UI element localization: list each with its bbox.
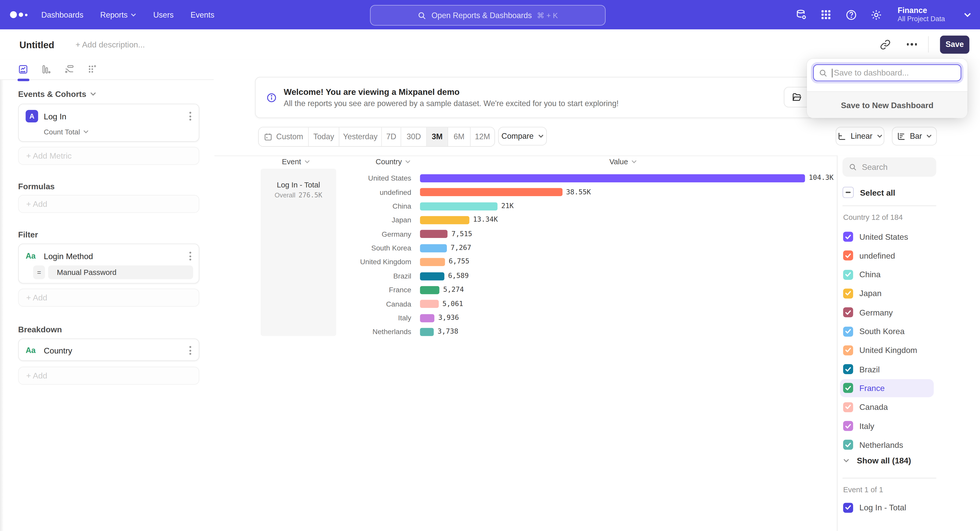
data-management-icon[interactable] <box>795 8 808 21</box>
metric-name[interactable]: Log In <box>44 111 66 121</box>
checkbox-log-in-total[interactable] <box>843 502 853 512</box>
save-button[interactable]: Save <box>940 35 969 53</box>
range-custom[interactable]: Custom <box>259 127 309 146</box>
metric-kebab-menu[interactable] <box>188 111 192 122</box>
column-header-event[interactable]: Event <box>282 157 310 166</box>
event-filter-row-log-in-total[interactable]: Log In - Total <box>840 498 934 517</box>
country-filter-row-germany[interactable]: Germany <box>840 303 934 321</box>
add-breakdown-button[interactable]: + Add <box>18 367 199 385</box>
nav-item-users[interactable]: Users <box>153 10 173 19</box>
metric-badge: A <box>25 110 38 122</box>
more-options-button[interactable] <box>907 43 917 46</box>
country-filter-row-italy[interactable]: Italy <box>840 417 934 435</box>
filter-property-name[interactable]: Login Method <box>44 252 93 261</box>
country-filter-row-japan[interactable]: Japan <box>840 284 934 303</box>
country-filter-row-canada[interactable]: Canada <box>840 398 934 416</box>
select-all-checkbox[interactable]: Select all <box>842 186 895 199</box>
filter-operator[interactable]: = <box>33 265 45 279</box>
range-6m[interactable]: 6M <box>448 127 471 146</box>
checkbox-brazil[interactable] <box>843 364 853 374</box>
filter-value[interactable]: Manual Password <box>48 265 193 279</box>
bar-italy[interactable] <box>420 314 434 322</box>
country-label: Italy <box>318 311 411 325</box>
column-header-value[interactable]: Value <box>609 157 637 166</box>
country-filter-row-china[interactable]: China <box>840 265 934 284</box>
chevron-down-icon[interactable] <box>964 12 971 17</box>
country-filter-row-brazil[interactable]: Brazil <box>840 360 934 378</box>
checkbox-undefined[interactable] <box>843 251 853 261</box>
country-filter-row-netherlands[interactable]: Netherlands <box>840 436 934 454</box>
bar-china[interactable] <box>420 202 498 211</box>
save-dashboard-search-input[interactable]: Save to dashboard... <box>813 64 961 81</box>
metric-card[interactable]: A Log In Count Total <box>18 104 199 142</box>
add-formula-button[interactable]: + Add <box>18 195 199 213</box>
country-filter-row-undefined[interactable]: undefined <box>840 247 934 265</box>
scale-selector-button[interactable]: Linear <box>835 127 884 145</box>
range-12m[interactable]: 12M <box>471 127 494 146</box>
chart-type-button[interactable]: Bar <box>892 127 937 145</box>
country-filter-row-south-korea[interactable]: South Korea <box>840 322 934 341</box>
events-cohorts-header[interactable]: Events & Cohorts <box>18 89 199 99</box>
bar-undefined[interactable] <box>420 188 563 197</box>
range-today[interactable]: Today <box>309 127 339 146</box>
tab-insights-icon[interactable] <box>18 64 28 74</box>
apps-grid-icon[interactable] <box>820 8 833 21</box>
checkbox-united-kingdom[interactable] <box>843 346 853 355</box>
filter-kebab-menu[interactable] <box>188 250 192 262</box>
tab-flows-icon[interactable] <box>64 64 74 74</box>
global-search-bar[interactable]: Open Reports & Dashboards ⌘ + K <box>370 5 606 26</box>
copy-link-icon[interactable] <box>880 39 891 50</box>
filter-header: Filter <box>18 230 199 239</box>
checkbox-united-states[interactable] <box>843 232 853 242</box>
country-filter-row-united-kingdom[interactable]: United Kingdom <box>840 341 934 359</box>
country-filter-row-france[interactable]: France <box>840 379 934 397</box>
bar-south-korea[interactable] <box>420 244 447 252</box>
checkbox-japan[interactable] <box>843 288 853 298</box>
add-metric-button[interactable]: + Add Metric <box>18 147 199 165</box>
show-all-button[interactable]: Show all (184) <box>843 456 911 466</box>
bar-united-states[interactable] <box>420 174 805 182</box>
segment-search-input[interactable]: Search <box>842 157 936 177</box>
report-title[interactable]: Untitled <box>19 39 54 50</box>
checkbox-china[interactable] <box>843 269 853 279</box>
breakdown-property-name[interactable]: Country <box>44 346 72 355</box>
bar-japan[interactable] <box>420 216 469 224</box>
save-to-new-dashboard-button[interactable]: Save to New Dashboard <box>807 91 967 118</box>
checkbox-germany[interactable] <box>843 308 853 317</box>
checkbox-france[interactable] <box>843 383 853 393</box>
checkbox-italy[interactable] <box>843 421 853 431</box>
range-30d[interactable]: 30D <box>401 127 427 146</box>
help-icon[interactable] <box>845 8 858 21</box>
divider <box>842 206 936 206</box>
bar-netherlands[interactable] <box>420 328 434 336</box>
compare-button[interactable]: Compare <box>498 127 547 145</box>
settings-gear-icon[interactable] <box>870 8 883 21</box>
breakdown-kebab-menu[interactable] <box>188 345 192 356</box>
column-header-country[interactable]: Country <box>375 157 410 166</box>
country-filter-row-united-states[interactable]: United States <box>840 228 934 246</box>
tab-funnels-icon[interactable] <box>41 64 51 74</box>
bar-brazil[interactable] <box>420 272 444 280</box>
bar-united-kingdom[interactable] <box>420 258 445 266</box>
aggregation-selector[interactable]: Count Total <box>44 128 89 135</box>
checkbox-netherlands[interactable] <box>843 440 853 450</box>
checkbox-canada[interactable] <box>843 402 853 412</box>
indeterminate-checkbox-icon[interactable] <box>842 187 854 198</box>
project-switcher[interactable]: Finance All Project Data <box>897 6 945 23</box>
add-description-field[interactable]: + Add description... <box>76 40 145 49</box>
nav-item-events[interactable]: Events <box>191 10 215 19</box>
nav-item-reports[interactable]: Reports <box>100 10 137 19</box>
range-7d[interactable]: 7D <box>382 127 401 146</box>
breakdown-card[interactable]: Aa Country <box>18 338 199 361</box>
add-filter-button[interactable]: + Add <box>18 288 199 307</box>
bar-canada[interactable] <box>420 300 439 308</box>
range-yesterday[interactable]: Yesterday <box>339 127 382 146</box>
nav-item-dashboards[interactable]: Dashboards <box>41 10 83 19</box>
filter-card[interactable]: Aa Login Method = Manual Password <box>18 244 199 284</box>
range-3m[interactable]: 3M <box>427 127 448 146</box>
checkbox-south-korea[interactable] <box>843 327 853 336</box>
mixpanel-logo-icon[interactable] <box>10 11 27 18</box>
bar-france[interactable] <box>420 286 439 294</box>
tab-retention-icon[interactable] <box>88 64 97 74</box>
bar-germany[interactable] <box>420 230 448 238</box>
